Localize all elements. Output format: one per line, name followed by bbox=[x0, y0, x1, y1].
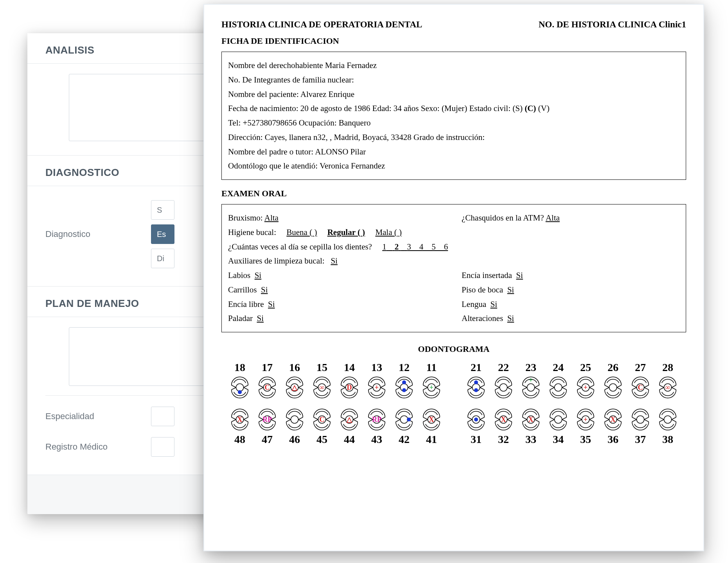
diagnostico-select-3[interactable]: Di bbox=[151, 249, 174, 268]
ficha-line-5: Tel: +527380798656 Ocupación: Banquero bbox=[228, 116, 679, 130]
tooth-mark: X bbox=[501, 416, 506, 424]
tooth-31: 31 bbox=[465, 408, 487, 446]
tooth-24: 24 bbox=[547, 361, 570, 399]
tooth-number: 35 bbox=[580, 433, 591, 446]
tooth-mark: + bbox=[584, 416, 588, 424]
lengua-val: Si bbox=[490, 299, 497, 309]
svg-line-119 bbox=[435, 420, 440, 422]
tooth-number: 22 bbox=[498, 361, 509, 374]
chasquidos-val: Alta bbox=[546, 213, 560, 222]
ficha-line-2: No. De Integrantes de familia nuclear: bbox=[228, 73, 679, 87]
svg-line-44 bbox=[480, 387, 485, 390]
svg-line-2 bbox=[244, 385, 248, 387]
svg-line-153 bbox=[632, 420, 637, 422]
tooth-38: 38 bbox=[656, 408, 679, 446]
tooth-number: 11 bbox=[426, 361, 437, 374]
svg-line-9 bbox=[271, 387, 276, 390]
svg-line-96 bbox=[314, 417, 318, 420]
higiene-regular: Regular ( ) bbox=[327, 228, 365, 237]
diagnostico-label: Diagnostico bbox=[45, 229, 139, 239]
svg-line-41 bbox=[468, 385, 473, 387]
svg-line-7 bbox=[271, 385, 276, 387]
encia-ins-label: Encía insertada bbox=[462, 271, 512, 280]
tooth-icon bbox=[629, 408, 652, 431]
exam-cepilla-row: ¿Cuántas veces al día se cepilla los die… bbox=[228, 240, 679, 254]
tooth-icon bbox=[393, 408, 415, 431]
svg-line-29 bbox=[381, 387, 385, 390]
tooth-icon bbox=[465, 408, 487, 431]
tooth-number: 23 bbox=[525, 361, 536, 374]
svg-line-111 bbox=[396, 417, 401, 420]
tooth-number: 21 bbox=[471, 361, 482, 374]
tooth-icon: X bbox=[492, 408, 515, 431]
svg-line-74 bbox=[644, 387, 649, 390]
tooth-mark: + bbox=[430, 384, 433, 392]
tooth-mark: ∞ bbox=[320, 384, 325, 392]
diagnostico-select-1[interactable]: S bbox=[151, 200, 174, 220]
clinical-history-document: HISTORIA CLINICA DE OPERATORIA DENTAL NO… bbox=[203, 4, 704, 551]
svg-line-83 bbox=[232, 420, 236, 422]
tooth-number: 16 bbox=[289, 361, 300, 374]
tooth-number: 14 bbox=[344, 361, 355, 374]
svg-line-47 bbox=[507, 385, 512, 387]
svg-line-26 bbox=[368, 385, 373, 387]
svg-line-101 bbox=[341, 417, 346, 420]
svg-line-142 bbox=[590, 417, 594, 420]
tooth-27: 27 C bbox=[629, 361, 652, 399]
tooth-34: 34 bbox=[547, 408, 570, 446]
tooth-mark: C bbox=[638, 384, 643, 392]
svg-point-45 bbox=[500, 384, 507, 391]
bruxismo-val: Alta bbox=[264, 213, 279, 222]
svg-line-97 bbox=[326, 417, 331, 420]
tooth-icon bbox=[492, 376, 515, 399]
tooth-icon: X bbox=[602, 408, 624, 431]
svg-line-58 bbox=[550, 387, 555, 390]
tooth-number: 13 bbox=[371, 361, 382, 374]
higiene-label: Higiene bucal: bbox=[228, 228, 276, 237]
svg-line-62 bbox=[590, 385, 594, 387]
tooth-icon: X bbox=[420, 408, 443, 431]
tooth-icon bbox=[656, 408, 679, 431]
tooth-43: RP43 bbox=[365, 408, 388, 446]
doc-title: HISTORIA CLINICA DE OPERATORIA DENTAL bbox=[221, 20, 422, 30]
svg-line-102 bbox=[353, 417, 358, 420]
svg-line-118 bbox=[423, 420, 428, 422]
especialidad-input[interactable] bbox=[151, 407, 174, 426]
tooth-26: 26 bbox=[602, 361, 624, 399]
svg-line-79 bbox=[672, 387, 676, 390]
svg-line-33 bbox=[396, 387, 401, 390]
clinic-no-label: NO. DE HISTORIA CLINICA bbox=[539, 20, 656, 29]
svg-line-23 bbox=[341, 387, 346, 390]
tooth-42: 42 bbox=[393, 408, 415, 446]
svg-line-19 bbox=[326, 387, 331, 390]
tooth-icon bbox=[283, 408, 306, 431]
registro-medico-input[interactable] bbox=[151, 437, 174, 457]
ficha-line-4-post: (V) bbox=[536, 104, 549, 113]
tooth-47: RP47 bbox=[256, 408, 279, 446]
tooth-number: 36 bbox=[608, 433, 618, 446]
svg-line-143 bbox=[577, 420, 582, 422]
svg-line-152 bbox=[644, 417, 649, 420]
carrillos-label: Carrillos bbox=[228, 285, 257, 294]
svg-line-146 bbox=[605, 417, 609, 420]
svg-line-66 bbox=[605, 385, 609, 387]
tooth-mark: RP bbox=[372, 416, 381, 424]
svg-line-94 bbox=[298, 420, 303, 422]
svg-line-49 bbox=[507, 387, 512, 390]
tooth-number: 15 bbox=[316, 361, 327, 374]
alter-label: Alteraciones bbox=[462, 314, 503, 323]
svg-line-28 bbox=[368, 387, 373, 390]
svg-line-123 bbox=[468, 420, 473, 422]
tooth-icon: D bbox=[338, 376, 361, 399]
diagnostico-select-2[interactable]: Es bbox=[151, 224, 174, 244]
odo-group-top-left: 18 17 C16 bbox=[228, 361, 443, 399]
tooth-icon: + bbox=[519, 376, 542, 399]
tooth-number: 41 bbox=[426, 433, 437, 446]
svg-line-6 bbox=[259, 385, 264, 387]
tooth-mark: C bbox=[320, 416, 325, 424]
svg-line-156 bbox=[660, 417, 664, 420]
tooth-number: 37 bbox=[635, 433, 646, 446]
ficha-line-3: Nombre del paciente: Alvarez Enrique bbox=[228, 87, 679, 102]
tooth-mark: X bbox=[429, 416, 434, 424]
tooth-dot bbox=[474, 380, 478, 384]
